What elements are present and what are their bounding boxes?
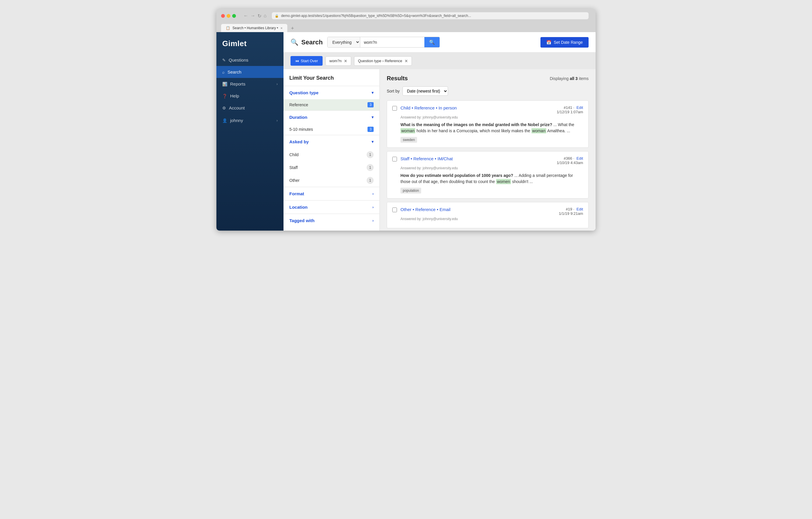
sidebar-item-help[interactable]: ❓ Help <box>216 90 284 102</box>
type-chip-label: Question type › Reference <box>358 59 402 63</box>
sidebar-item-account[interactable]: ⚙ Account <box>216 102 284 114</box>
facet-staff-label: Staff <box>289 165 367 170</box>
search-input[interactable] <box>360 37 424 47</box>
facet-format-header[interactable]: Format › <box>284 187 379 200</box>
facet-other-count: 1 <box>367 177 374 184</box>
sidebar-label-reports: Reports <box>230 81 273 86</box>
start-over-button[interactable]: ⏮ Start Over <box>290 56 323 66</box>
search-scope-select[interactable]: Everything <box>327 37 360 47</box>
forward-button[interactable]: → <box>251 13 255 18</box>
result-1-left: Child • Reference • In person <box>392 105 457 111</box>
type-filter-chip[interactable]: Question type › Reference ✕ <box>354 56 412 66</box>
result-1-highlight-2: woman <box>531 128 546 133</box>
result-2-title[interactable]: Staff • Reference • IM/Chat <box>401 156 453 161</box>
result-1-checkbox[interactable] <box>392 106 397 111</box>
result-1-tags: sweden <box>401 137 583 143</box>
facet-location-header[interactable]: Location › <box>284 200 379 214</box>
tab-title: Search • Humanities Library • <box>232 26 278 30</box>
result-2-checkbox[interactable] <box>392 157 397 161</box>
sidebar-user[interactable]: 👤 johnny › <box>216 114 284 127</box>
result-1-edit[interactable]: Edit <box>577 105 583 110</box>
facet-item-child[interactable]: Child 1 <box>284 148 379 161</box>
facet-question-type-label: Question type <box>289 90 319 95</box>
reload-button[interactable]: ↻ <box>258 13 261 19</box>
result-3-header: Other • Reference • Email #19 · Edit 1/1… <box>392 207 583 216</box>
result-2-meta: #366 · Edit 1/10/19 4:43am <box>557 156 583 165</box>
facets-panel: Limit Your Search Question type ▾ Refere… <box>284 69 380 230</box>
search-icon: ⌕ <box>222 70 225 75</box>
date-range-button[interactable]: 📅 Set Date Range <box>541 37 588 48</box>
start-over-icon: ⏮ <box>295 59 299 63</box>
result-1-title[interactable]: Child • Reference • In person <box>401 105 457 110</box>
search-submit-button[interactable]: 🔍 <box>424 37 439 47</box>
query-filter-chip[interactable]: wom?n ✕ <box>325 56 351 66</box>
facet-reference-count: 3 <box>368 102 374 107</box>
sidebar-label-questions: Questions <box>229 57 278 62</box>
tag-sweden[interactable]: sweden <box>401 137 417 143</box>
result-2-header: Staff • Reference • IM/Chat #366 · Edit … <box>392 156 583 165</box>
tab-close-button[interactable]: ✕ <box>280 27 283 30</box>
maximize-button[interactable] <box>232 14 236 18</box>
sidebar-item-search[interactable]: ⌕ Search <box>216 66 284 78</box>
facet-item-other[interactable]: Other 1 <box>284 174 379 187</box>
facet-duration-chevron-icon: ▾ <box>372 115 374 119</box>
type-chip-remove[interactable]: ✕ <box>405 59 408 63</box>
minimize-button[interactable] <box>227 14 230 18</box>
result-2-answered-by: Answered by: johnny@university.edu <box>401 166 583 170</box>
sidebar-label-help: Help <box>230 93 278 99</box>
main-content: 🔍 Search Everything 🔍 📅 Set Date Range <box>284 32 596 230</box>
result-1-date: 1/12/19 1:07am <box>557 110 583 114</box>
facet-section-location: Location › <box>284 200 379 214</box>
result-card-1: Child • Reference • In person #141 · Edi… <box>387 101 588 148</box>
sidebar-item-questions[interactable]: ✎ Questions <box>216 54 284 66</box>
facet-question-type-header[interactable]: Question type ▾ <box>284 86 379 99</box>
facet-duration-header[interactable]: Duration ▾ <box>284 111 379 124</box>
active-tab[interactable]: 📋 Search • Humanities Library • ✕ <box>221 24 287 32</box>
tag-population[interactable]: population <box>401 188 421 194</box>
result-3-date: 1/1/19 9:21am <box>559 211 583 216</box>
result-1-number: #141 · <box>564 105 576 110</box>
search-title-text: Search <box>301 38 323 46</box>
facet-section-asked-by: Asked by ▾ Child 1 Staff 1 Other <box>284 135 379 187</box>
content-area: Limit Your Search Question type ▾ Refere… <box>284 69 596 230</box>
sort-label: Sort by <box>387 89 400 93</box>
search-input-group: Everything 🔍 <box>327 37 440 48</box>
sidebar-label-account: Account <box>229 105 278 110</box>
app-logo: Gimlet <box>216 32 284 54</box>
facet-asked-by-header[interactable]: Asked by ▾ <box>284 135 379 148</box>
facet-item-staff[interactable]: Staff 1 <box>284 161 379 174</box>
result-3-edit[interactable]: Edit <box>577 207 583 211</box>
result-3-answered-by: Answered by: johnny@university.edu <box>401 217 583 221</box>
result-2-edit[interactable]: Edit <box>577 156 583 161</box>
back-button[interactable]: ← <box>243 13 248 18</box>
close-button[interactable] <box>221 14 225 18</box>
result-3-title[interactable]: Other • Reference • Email <box>401 207 450 212</box>
result-3-checkbox[interactable] <box>392 208 397 212</box>
home-button[interactable]: ⌂ <box>264 13 267 18</box>
facet-item-reference[interactable]: Reference 3 <box>284 99 379 110</box>
facet-child-label: Child <box>289 153 367 157</box>
facet-format-label: Format <box>289 191 304 196</box>
sidebar-nav: ✎ Questions ⌕ Search 📊 Reports › ❓ Help <box>216 54 284 230</box>
filter-bar: ⏮ Start Over wom?n ✕ Question type › Ref… <box>284 53 596 69</box>
help-icon: ❓ <box>222 94 227 99</box>
address-bar[interactable]: 🔒 demo.gimlet-app.test/sites/1/questions… <box>272 12 588 19</box>
results-count: Displaying all 3 items <box>550 76 588 81</box>
sort-select[interactable]: Date (newest first) Date (oldest first) … <box>403 86 448 96</box>
new-tab-button[interactable]: + <box>288 25 296 32</box>
facet-5-10-min-label: 5-10 minutes <box>289 127 368 132</box>
facet-section-format: Format › <box>284 187 379 200</box>
facets-title: Limit Your Search <box>284 69 379 86</box>
result-1-answered-by: Answered by: johnny@university.edu <box>401 115 583 119</box>
facet-tagged-with-chevron-icon: › <box>373 218 374 223</box>
facet-tagged-with-header[interactable]: Tagged with › <box>284 214 379 227</box>
traffic-lights <box>221 14 236 18</box>
search-title: 🔍 Search <box>290 38 323 46</box>
query-chip-remove[interactable]: ✕ <box>344 59 347 63</box>
sidebar-item-reports[interactable]: 📊 Reports › <box>216 78 284 90</box>
reports-chevron-icon: › <box>277 82 278 86</box>
result-3-number: #19 · <box>566 207 576 211</box>
facet-asked-by-chevron-icon: ▾ <box>372 139 374 144</box>
user-chevron-icon: › <box>277 118 278 122</box>
facet-item-5-10-min[interactable]: 5-10 minutes 3 <box>284 124 379 135</box>
